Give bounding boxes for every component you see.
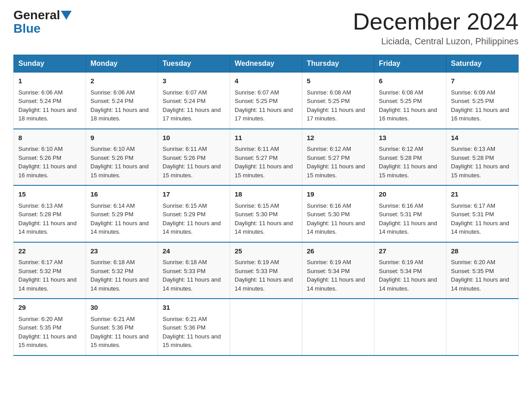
calendar-table: SundayMondayTuesdayWednesdayThursdayFrid… [13, 55, 519, 356]
calendar-cell: 30Sunrise: 6:21 AMSunset: 5:36 PMDayligh… [86, 299, 158, 355]
calendar-cell: 14Sunrise: 6:13 AMSunset: 5:28 PMDayligh… [446, 129, 519, 186]
calendar-cell: 2Sunrise: 6:06 AMSunset: 5:24 PMDaylight… [86, 73, 158, 129]
day-number: 9 [90, 133, 153, 143]
day-info: Sunrise: 6:20 AMSunset: 5:35 PMDaylight:… [18, 316, 77, 349]
day-number: 23 [90, 246, 153, 257]
calendar-cell: 6Sunrise: 6:08 AMSunset: 5:25 PMDaylight… [374, 73, 446, 129]
header-wednesday: Wednesday [230, 55, 302, 73]
header-sunday: Sunday [14, 55, 86, 73]
calendar-cell: 7Sunrise: 6:09 AMSunset: 5:25 PMDaylight… [446, 73, 519, 129]
calendar-cell: 20Sunrise: 6:16 AMSunset: 5:31 PMDayligh… [374, 185, 446, 242]
day-info: Sunrise: 6:12 AMSunset: 5:28 PMDaylight:… [379, 146, 437, 179]
calendar-cell: 25Sunrise: 6:19 AMSunset: 5:33 PMDayligh… [230, 242, 302, 299]
calendar-cell: 28Sunrise: 6:20 AMSunset: 5:35 PMDayligh… [446, 242, 519, 299]
calendar-cell: 9Sunrise: 6:10 AMSunset: 5:26 PMDaylight… [86, 129, 158, 186]
day-number: 24 [163, 246, 225, 257]
calendar-cell: 22Sunrise: 6:17 AMSunset: 5:32 PMDayligh… [14, 242, 86, 299]
day-info: Sunrise: 6:19 AMSunset: 5:34 PMDaylight:… [379, 259, 437, 292]
day-info: Sunrise: 6:17 AMSunset: 5:32 PMDaylight:… [18, 259, 77, 292]
calendar-cell: 23Sunrise: 6:18 AMSunset: 5:32 PMDayligh… [86, 242, 158, 299]
week-row-1: 1Sunrise: 6:06 AMSunset: 5:24 PMDaylight… [14, 73, 519, 129]
day-number: 10 [163, 133, 225, 143]
day-number: 13 [379, 133, 442, 143]
day-info: Sunrise: 6:16 AMSunset: 5:30 PMDaylight:… [307, 202, 365, 235]
day-info: Sunrise: 6:10 AMSunset: 5:26 PMDaylight:… [90, 146, 149, 179]
day-info: Sunrise: 6:15 AMSunset: 5:30 PMDaylight:… [235, 202, 293, 235]
day-number: 5 [307, 76, 369, 86]
day-number: 8 [18, 133, 81, 143]
day-info: Sunrise: 6:16 AMSunset: 5:31 PMDaylight:… [379, 202, 437, 235]
day-number: 27 [379, 246, 442, 257]
calendar-cell: 1Sunrise: 6:06 AMSunset: 5:24 PMDaylight… [14, 73, 86, 129]
day-info: Sunrise: 6:18 AMSunset: 5:33 PMDaylight:… [163, 259, 221, 292]
location-title: Liciada, Central Luzon, Philippines [353, 36, 519, 47]
day-info: Sunrise: 6:11 AMSunset: 5:27 PMDaylight:… [235, 146, 293, 179]
day-number: 1 [18, 76, 81, 86]
calendar-cell: 24Sunrise: 6:18 AMSunset: 5:33 PMDayligh… [158, 242, 230, 299]
day-number: 14 [451, 133, 514, 143]
header-saturday: Saturday [446, 55, 519, 73]
day-number: 6 [379, 76, 442, 86]
day-number: 22 [18, 246, 81, 257]
day-info: Sunrise: 6:06 AMSunset: 5:24 PMDaylight:… [18, 89, 77, 122]
logo-blue: Blue [13, 21, 41, 35]
calendar-cell: 15Sunrise: 6:13 AMSunset: 5:28 PMDayligh… [14, 185, 86, 242]
page-header: General Blue December 2024 Liciada, Cent… [13, 9, 519, 47]
title-block: December 2024 Liciada, Central Luzon, Ph… [353, 9, 519, 47]
logo-general: General [13, 9, 60, 21]
week-row-3: 15Sunrise: 6:13 AMSunset: 5:28 PMDayligh… [14, 185, 519, 242]
calendar-cell [230, 299, 302, 355]
logo: General Blue [13, 9, 73, 36]
calendar-cell: 21Sunrise: 6:17 AMSunset: 5:31 PMDayligh… [446, 185, 519, 242]
week-row-2: 8Sunrise: 6:10 AMSunset: 5:26 PMDaylight… [14, 129, 519, 186]
calendar-cell: 10Sunrise: 6:11 AMSunset: 5:26 PMDayligh… [158, 129, 230, 186]
calendar-cell: 17Sunrise: 6:15 AMSunset: 5:29 PMDayligh… [158, 185, 230, 242]
day-number: 19 [307, 189, 369, 200]
calendar-cell [446, 299, 519, 355]
header-friday: Friday [374, 55, 446, 73]
calendar-cell: 11Sunrise: 6:11 AMSunset: 5:27 PMDayligh… [230, 129, 302, 186]
day-number: 17 [163, 189, 225, 200]
day-info: Sunrise: 6:17 AMSunset: 5:31 PMDaylight:… [451, 202, 509, 235]
day-info: Sunrise: 6:19 AMSunset: 5:34 PMDaylight:… [307, 259, 365, 292]
calendar-cell: 31Sunrise: 6:21 AMSunset: 5:36 PMDayligh… [158, 299, 230, 355]
day-number: 3 [163, 76, 225, 86]
header-tuesday: Tuesday [158, 55, 230, 73]
header-monday: Monday [86, 55, 158, 73]
day-info: Sunrise: 6:08 AMSunset: 5:25 PMDaylight:… [307, 89, 365, 122]
calendar-cell [374, 299, 446, 355]
calendar-cell: 18Sunrise: 6:15 AMSunset: 5:30 PMDayligh… [230, 185, 302, 242]
calendar-cell: 16Sunrise: 6:14 AMSunset: 5:29 PMDayligh… [86, 185, 158, 242]
day-number: 4 [235, 76, 297, 86]
day-number: 25 [235, 246, 297, 257]
calendar-cell: 13Sunrise: 6:12 AMSunset: 5:28 PMDayligh… [374, 129, 446, 186]
day-number: 31 [163, 303, 225, 313]
day-info: Sunrise: 6:07 AMSunset: 5:24 PMDaylight:… [163, 89, 221, 122]
day-info: Sunrise: 6:08 AMSunset: 5:25 PMDaylight:… [379, 89, 437, 122]
day-number: 30 [90, 303, 153, 313]
day-number: 2 [90, 76, 153, 86]
calendar-cell: 27Sunrise: 6:19 AMSunset: 5:34 PMDayligh… [374, 242, 446, 299]
calendar-cell: 8Sunrise: 6:10 AMSunset: 5:26 PMDaylight… [14, 129, 86, 186]
day-number: 20 [379, 189, 442, 200]
calendar-cell: 19Sunrise: 6:16 AMSunset: 5:30 PMDayligh… [302, 185, 374, 242]
day-info: Sunrise: 6:09 AMSunset: 5:25 PMDaylight:… [451, 89, 509, 122]
day-info: Sunrise: 6:21 AMSunset: 5:36 PMDaylight:… [90, 316, 149, 349]
header-thursday: Thursday [302, 55, 374, 73]
day-info: Sunrise: 6:19 AMSunset: 5:33 PMDaylight:… [235, 259, 293, 292]
day-number: 11 [235, 133, 297, 143]
day-number: 26 [307, 246, 369, 257]
week-row-4: 22Sunrise: 6:17 AMSunset: 5:32 PMDayligh… [14, 242, 519, 299]
day-number: 21 [451, 189, 514, 200]
calendar-cell: 5Sunrise: 6:08 AMSunset: 5:25 PMDaylight… [302, 73, 374, 129]
calendar-cell: 29Sunrise: 6:20 AMSunset: 5:35 PMDayligh… [14, 299, 86, 355]
day-info: Sunrise: 6:13 AMSunset: 5:28 PMDaylight:… [451, 146, 509, 179]
day-info: Sunrise: 6:11 AMSunset: 5:26 PMDaylight:… [163, 146, 221, 179]
calendar-header-row: SundayMondayTuesdayWednesdayThursdayFrid… [14, 55, 519, 73]
day-info: Sunrise: 6:14 AMSunset: 5:29 PMDaylight:… [90, 202, 149, 235]
calendar-cell: 3Sunrise: 6:07 AMSunset: 5:24 PMDaylight… [158, 73, 230, 129]
calendar-cell: 4Sunrise: 6:07 AMSunset: 5:25 PMDaylight… [230, 73, 302, 129]
calendar-cell: 12Sunrise: 6:12 AMSunset: 5:27 PMDayligh… [302, 129, 374, 186]
calendar-cell: 26Sunrise: 6:19 AMSunset: 5:34 PMDayligh… [302, 242, 374, 299]
day-info: Sunrise: 6:10 AMSunset: 5:26 PMDaylight:… [18, 146, 77, 179]
